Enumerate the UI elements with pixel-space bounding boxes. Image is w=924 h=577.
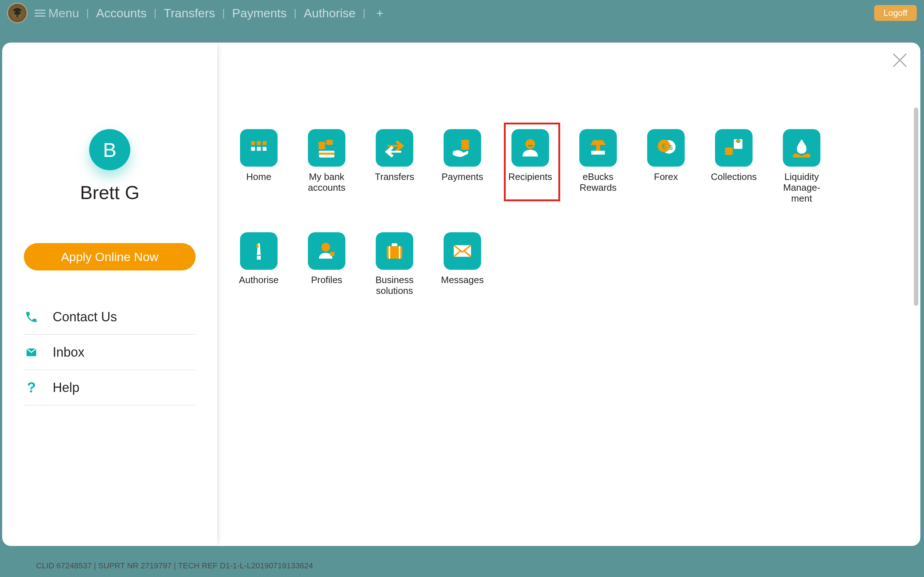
messages-icon [444,232,481,270]
sidebar-item-help[interactable]: ? Help [24,370,195,405]
tile-label: Payments [441,172,483,182]
profiles-icon [308,232,346,270]
avatar[interactable]: B [89,129,130,170]
svg-rect-40 [389,246,390,259]
recipients-icon [512,129,549,167]
sidebar-item-label: Contact Us [53,309,117,324]
tile-label: Collections [711,172,756,182]
tile-label: Authorise [239,275,279,285]
tile-label: eBucks Rewards [580,172,617,193]
svg-rect-38 [392,243,397,246]
tile-label: My bank accounts [308,172,346,193]
svg-rect-30 [736,140,740,142]
apply-online-button[interactable]: Apply Online Now [24,243,195,271]
tile-transfers[interactable]: Transfers [375,129,414,204]
hamburger-icon [35,10,45,16]
help-icon: ? [24,380,39,395]
menu-toggle[interactable]: Menu [35,6,79,20]
footer-ref: CLID 67248537 | SUPRT NR 2719797 | TECH … [36,561,313,571]
profile-area: B Brett G [2,43,217,203]
tile-collections[interactable]: Collections [714,129,754,204]
tile-profiles[interactable]: Profiles [307,232,347,297]
svg-point-20 [525,139,535,149]
svg-text:$: $ [669,143,673,151]
scrollbar[interactable] [914,108,918,306]
svg-point-33 [725,152,733,155]
forex-icon: €$ [647,129,685,167]
svg-rect-8 [263,147,267,151]
svg-rect-4 [257,141,261,145]
tile-label: Transfers [375,172,414,182]
svg-point-19 [461,147,470,150]
tile-liquidity[interactable]: Liquidity Manage- ment [782,129,822,204]
svg-rect-7 [257,147,261,151]
tile-label: Recipients [508,172,552,182]
liquidity-icon [783,129,821,167]
nav-add[interactable]: + [373,6,387,20]
svg-rect-21 [528,145,532,147]
payments-icon [444,129,481,167]
tile-business[interactable]: Business solutions [375,232,414,297]
transfers-icon [376,129,413,167]
home-icon [240,129,278,167]
nav-accounts[interactable]: Accounts [96,6,147,20]
tile-home[interactable]: Home [239,129,279,204]
tile-authorise[interactable]: Authorise [239,232,279,297]
nav-transfers[interactable]: Transfers [163,6,215,20]
tile-label: Profiles [311,275,342,285]
authorise-icon [240,232,278,270]
business-icon [376,232,413,270]
tile-forex[interactable]: €$Forex [646,129,686,204]
collections-icon [715,129,753,167]
bank-logo [7,3,27,23]
svg-rect-5 [263,141,267,145]
tile-recipients[interactable]: Recipients [510,129,550,204]
tile-label: Home [246,172,271,182]
tile-payments[interactable]: Payments [443,129,482,204]
svg-rect-41 [399,246,400,259]
svg-rect-6 [251,147,255,151]
nav-payments[interactable]: Payments [232,6,287,20]
sidebar: B Brett G Apply Online Now Contact Us In… [2,43,217,546]
svg-rect-22 [596,145,600,151]
svg-point-35 [321,243,330,251]
menu-modal: B Brett G Apply Online Now Contact Us In… [2,43,921,546]
svg-rect-15 [319,153,334,154]
top-nav: Menu | Accounts | Transfers | Payments |… [0,0,924,26]
svg-rect-34 [257,256,261,259]
tile-accounts[interactable]: My bank accounts [307,129,347,204]
menu-main: HomeMy bank accountsTransfersPaymentsRec… [217,43,921,546]
mail-icon [24,345,39,360]
icon-grid: HomeMy bank accountsTransfersPaymentsRec… [239,129,838,296]
sidebar-list: Contact Us Inbox ? Help [24,299,195,405]
profile-name: Brett G [80,182,140,203]
tile-label: Forex [654,172,678,182]
svg-rect-23 [591,151,604,155]
sidebar-item-label: Inbox [53,345,84,360]
svg-point-13 [326,142,333,145]
tile-label: Business solutions [375,275,414,297]
sidebar-item-contact[interactable]: Contact Us [24,299,195,335]
ebucks-icon [579,129,617,167]
menu-label: Menu [48,6,79,20]
svg-text:€: € [662,142,666,151]
svg-point-11 [318,147,326,149]
tile-ebucks[interactable]: eBucks Rewards [578,129,618,204]
phone-icon [24,309,39,324]
svg-rect-3 [251,141,255,145]
sidebar-item-label: Help [53,380,79,395]
sidebar-item-inbox[interactable]: Inbox [24,335,195,370]
tile-label: Liquidity Manage- ment [783,172,821,204]
nav-authorise[interactable]: Authorise [304,6,356,20]
logoff-button[interactable]: Logoff [874,5,917,21]
svg-rect-0 [16,14,18,17]
tree-icon [11,6,24,19]
tile-messages[interactable]: Messages [443,232,482,297]
tile-label: Messages [441,275,484,285]
accounts-icon [308,129,346,167]
